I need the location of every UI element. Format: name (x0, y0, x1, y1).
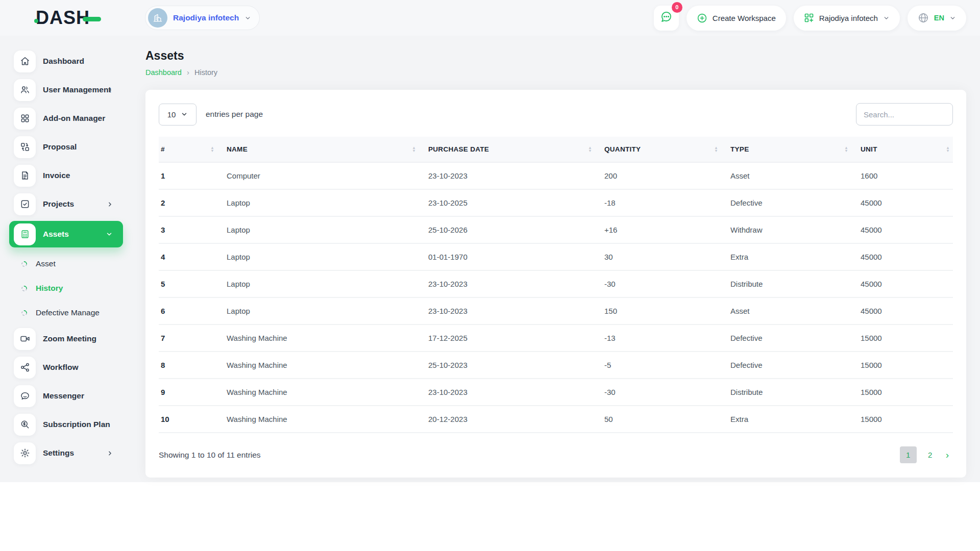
cell-quantity: -13 (604, 324, 730, 352)
column-header-type[interactable]: TYPE▲▼ (730, 137, 861, 162)
proposal-icon (14, 136, 36, 158)
cell-quantity: -5 (604, 352, 730, 379)
cell-purchase-date: 23-10-2023 (428, 297, 604, 324)
pagination-page-2[interactable]: 2 (922, 446, 939, 463)
breadcrumb-dashboard-link[interactable]: Dashboard (145, 68, 182, 77)
cell-purchase-date: 01-01-1970 (428, 243, 604, 270)
cell-quantity: 50 (604, 406, 730, 433)
sort-icon: ▲▼ (412, 146, 416, 153)
column-header-unit[interactable]: UNIT▲▼ (861, 137, 953, 162)
entries-per-page-label: entries per page (206, 110, 263, 119)
sidebar-item-subscription-plan[interactable]: Subscription Plan (0, 413, 130, 436)
sidebar-item-projects[interactable]: Projects (0, 192, 130, 216)
sidebar-item-zoom-meeting[interactable]: Zoom Meeting (0, 327, 130, 350)
cell-unit: 45000 (861, 297, 953, 324)
chevron-down-icon (181, 111, 188, 118)
sidebar-item-user-management[interactable]: User Management (0, 78, 130, 102)
workflow-icon (14, 357, 36, 379)
sidebar-item-dashboard[interactable]: Dashboard (0, 49, 130, 73)
sidebar-subitem-history[interactable]: History (0, 278, 130, 298)
breadcrumb-separator: › (187, 68, 189, 77)
sort-icon: ▲▼ (946, 146, 950, 153)
cell-index: 1 (159, 162, 227, 189)
sidebar-item-invoice[interactable]: Invoice (0, 164, 130, 187)
sidebar-item-workflow[interactable]: Workflow (0, 356, 130, 379)
pagination-next-button[interactable]: › (944, 450, 951, 460)
sidebar-item-label: Invoice (43, 171, 70, 180)
invoice-icon (14, 165, 36, 187)
table-row: 2Laptop23-10-2025-18Defective45000 (159, 189, 953, 216)
column-header-index[interactable]: #▲▼ (159, 137, 227, 162)
cell-purchase-date: 23-10-2023 (428, 270, 604, 297)
cell-name: Laptop (227, 243, 428, 270)
sidebar-item-label: Proposal (43, 142, 77, 152)
pagination-page-1[interactable]: 1 (900, 446, 917, 463)
cell-name: Laptop (227, 270, 428, 297)
cell-quantity: -30 (604, 379, 730, 406)
cell-quantity: +16 (604, 216, 730, 243)
cell-type: Asset (730, 162, 861, 189)
cell-purchase-date: 23-10-2023 (428, 379, 604, 406)
cell-name: Washing Machine (227, 352, 428, 379)
company-menu-button[interactable]: Rajodiya infotech (794, 6, 900, 31)
cell-quantity: 200 (604, 162, 730, 189)
company-menu-label: Rajodiya infotech (819, 14, 878, 22)
cell-index: 2 (159, 189, 227, 216)
language-label: EN (934, 14, 944, 22)
cell-unit: 45000 (861, 216, 953, 243)
table-header-row: #▲▼NAME▲▼PURCHASE DATE▲▼QUANTITY▲▼TYPE▲▼… (159, 137, 953, 162)
column-header-label: # (161, 145, 165, 153)
assets-history-table: #▲▼NAME▲▼PURCHASE DATE▲▼QUANTITY▲▼TYPE▲▼… (159, 137, 953, 433)
showing-entries-text: Showing 1 to 10 of 11 entries (159, 450, 261, 460)
cell-unit: 45000 (861, 270, 953, 297)
cell-index: 6 (159, 297, 227, 324)
message-bubble-icon (660, 11, 672, 25)
subscription-icon (14, 414, 36, 436)
sidebar-item-proposal[interactable]: Proposal (0, 135, 130, 159)
column-header-quantity[interactable]: QUANTITY▲▼ (604, 137, 730, 162)
cell-quantity: 150 (604, 297, 730, 324)
entries-per-page-select[interactable]: 10 (159, 104, 197, 126)
cell-quantity: 30 (604, 243, 730, 270)
workspace-name: Rajodiya infotech (173, 13, 239, 22)
sidebar-item-label: Subscription Plan (43, 420, 110, 429)
cell-index: 10 (159, 406, 227, 433)
chevron-down-icon (106, 231, 113, 238)
cell-unit: 45000 (861, 189, 953, 216)
cell-type: Defective (730, 189, 861, 216)
sidebar-item-messenger[interactable]: Messenger (0, 384, 130, 408)
dashed-circle-icon (21, 285, 28, 292)
sidebar-subitem-asset[interactable]: Asset (0, 254, 130, 274)
create-workspace-label: Create Workspace (713, 14, 776, 22)
app-logo[interactable]: DASH (36, 7, 101, 29)
create-workspace-button[interactable]: Create Workspace (687, 6, 786, 31)
column-header-purchase-date[interactable]: PURCHASE DATE▲▼ (428, 137, 604, 162)
column-header-label: UNIT (861, 145, 877, 153)
sidebar-item-label: Zoom Meeting (43, 334, 96, 343)
cell-unit: 15000 (861, 352, 953, 379)
cell-index: 8 (159, 352, 227, 379)
cell-type: Distribute (730, 379, 861, 406)
sidebar-item-settings[interactable]: Settings (0, 441, 130, 465)
cell-purchase-date: 17-12-2025 (428, 324, 604, 352)
language-menu-button[interactable]: EN (908, 6, 966, 31)
breadcrumb: Dashboard › History (145, 68, 966, 77)
chevron-down-icon (244, 15, 251, 21)
video-icon (14, 328, 36, 350)
column-header-name[interactable]: NAME▲▼ (227, 137, 428, 162)
table-row: 5Laptop23-10-2023-30Distribute45000 (159, 270, 953, 297)
search-input[interactable] (856, 103, 953, 126)
cell-quantity: -18 (604, 189, 730, 216)
sidebar-item-add-on-manager[interactable]: Add-on Manager (0, 107, 130, 130)
workspace-switcher[interactable]: Rajodiya infotech (145, 6, 260, 30)
sidebar-item-assets[interactable]: Assets (9, 221, 123, 247)
sidebar-subitem-defective-manage[interactable]: Defective Manage (0, 303, 130, 323)
cell-type: Withdraw (730, 216, 861, 243)
table-row: 3Laptop25-10-2026+16Withdraw45000 (159, 216, 953, 243)
table-body: 1Computer23-10-2023200Asset16002Laptop23… (159, 162, 953, 433)
messages-button[interactable]: 0 (654, 6, 679, 31)
table-footer: Showing 1 to 10 of 11 entries 12› (159, 446, 953, 463)
cell-index: 4 (159, 243, 227, 270)
cell-unit: 15000 (861, 406, 953, 433)
cell-unit: 15000 (861, 379, 953, 406)
